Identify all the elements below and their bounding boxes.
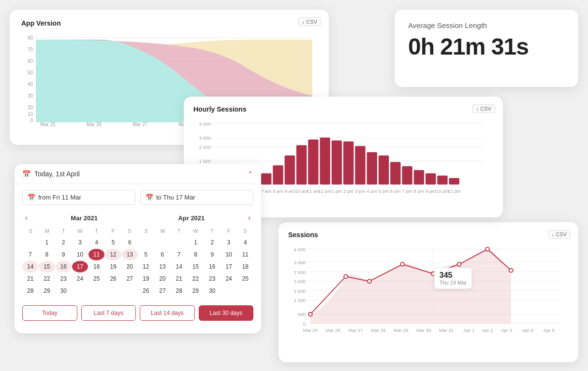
cal-day[interactable]: 4 [88, 237, 104, 248]
cal-day[interactable]: 10 [72, 249, 88, 260]
cal-day[interactable]: 28 [171, 285, 187, 297]
cal-day[interactable]: 24 [72, 273, 88, 285]
svg-text:2 500: 2 500 [294, 270, 306, 275]
march-title: Mar 2021 [30, 214, 138, 222]
svg-text:Mar 28: Mar 28 [371, 328, 385, 333]
cal-day[interactable]: 5 [138, 249, 154, 260]
cal-day[interactable]: 7 [22, 249, 38, 260]
cal-day[interactable]: 1 [39, 237, 55, 248]
svg-text:7 am: 7 am [261, 188, 272, 194]
cal-day[interactable]: 26 [138, 285, 154, 297]
cal-day[interactable]: 23 [204, 273, 220, 285]
to-date-input[interactable]: 📅 to Thu 17 Mar [140, 190, 253, 205]
last-30-days-button[interactable]: Last 30 days [199, 305, 254, 321]
cal-day[interactable]: 13 [122, 249, 138, 260]
april-title: Apr 2021 [138, 214, 245, 222]
cal-day[interactable]: 3 [72, 237, 88, 248]
cal-day[interactable]: 12 [105, 249, 121, 260]
cal-day[interactable]: 24 [220, 273, 236, 285]
next-month-button[interactable]: › [245, 213, 253, 223]
cal-day[interactable]: 26 [105, 273, 121, 285]
cal-day[interactable]: 2 [56, 237, 72, 248]
cal-day[interactable]: 22 [39, 273, 55, 285]
cal-day[interactable]: 18 [88, 261, 104, 272]
svg-rect-44 [367, 152, 377, 185]
cal-day[interactable]: 28 [22, 285, 38, 297]
prev-month-button[interactable]: ‹ [22, 213, 30, 223]
cal-day[interactable]: 21 [22, 273, 38, 285]
cal-day[interactable]: 11 [237, 249, 253, 260]
cal-day[interactable]: 19 [138, 273, 154, 285]
cal-day[interactable]: 10 [220, 249, 236, 260]
cal-day[interactable]: 29 [39, 285, 55, 297]
svg-text:60: 60 [28, 58, 33, 64]
cal-day[interactable]: 15 [188, 261, 204, 272]
last-14-days-button[interactable]: Last 14 days [140, 305, 195, 321]
cal-day[interactable]: 16 [204, 261, 220, 272]
svg-text:Mar 26: Mar 26 [326, 328, 340, 333]
cal-day[interactable]: 1 [188, 237, 204, 248]
cal-day[interactable]: 6 [122, 237, 138, 248]
cal-day-selected-end[interactable]: 17 [72, 261, 88, 272]
tooltip-value: 345 [440, 271, 467, 280]
cal-day[interactable]: 13 [154, 261, 170, 272]
cal-day[interactable]: 17 [220, 261, 236, 272]
from-date-input[interactable]: 📅 from Fri 11 Mar [22, 190, 135, 205]
app-version-csv-button[interactable]: ↓ CSV [298, 17, 321, 26]
cal-day[interactable]: 7 [171, 249, 187, 260]
cal-day[interactable]: 23 [56, 273, 72, 285]
march-dow: S M T W T F S [22, 227, 138, 235]
cal-day[interactable]: 20 [154, 273, 170, 285]
cal-day[interactable]: 20 [122, 261, 138, 272]
cal-day[interactable]: 19 [105, 261, 121, 272]
last-7-days-button[interactable]: Last 7 days [81, 305, 136, 321]
cal-day[interactable]: 6 [154, 249, 170, 260]
cal-day[interactable]: 3 [220, 237, 236, 248]
svg-text:70: 70 [28, 47, 33, 52]
cal-day[interactable]: 9 [56, 249, 72, 260]
march-calendar: ‹ Mar 2021 S M T W T F S 1 2 3 4 5 6 [22, 213, 138, 297]
svg-text:3 pm: 3 pm [355, 188, 366, 194]
svg-rect-51 [449, 178, 459, 185]
cal-day[interactable]: 5 [105, 237, 121, 248]
svg-text:4 000: 4 000 [294, 247, 306, 252]
cal-day[interactable]: 30 [56, 285, 72, 297]
cal-day[interactable]: 27 [154, 285, 170, 297]
cal-day[interactable]: 21 [171, 273, 187, 285]
hourly-sessions-csv-button[interactable]: ↓ CSV [472, 104, 495, 113]
today-button[interactable]: Today [22, 305, 77, 321]
svg-text:9 am: 9 am [284, 188, 295, 194]
sessions-card: Sessions ↓ CSV 4 000 3 000 2 500 2 000 1… [279, 222, 578, 362]
svg-rect-45 [379, 156, 389, 185]
cal-day[interactable]: 18 [237, 261, 253, 272]
cal-day[interactable]: 16 [56, 261, 72, 272]
cal-day[interactable]: 4 [237, 237, 253, 248]
cal-day[interactable]: 8 [188, 249, 204, 260]
svg-text:Apr 5: Apr 5 [543, 328, 555, 333]
cal-day[interactable]: 30 [204, 285, 220, 297]
cal-day[interactable]: 8 [39, 249, 55, 260]
svg-rect-41 [332, 141, 342, 185]
cal-day[interactable]: 12 [138, 261, 154, 272]
calendar-header-icon: 📅 [22, 170, 30, 178]
cal-day[interactable]: 25 [237, 273, 253, 285]
cal-day[interactable]: 25 [88, 273, 104, 285]
march-nav: ‹ Mar 2021 [22, 213, 138, 223]
cal-day[interactable]: 15 [39, 261, 55, 272]
quick-select-buttons: Today Last 7 days Last 14 days Last 30 d… [15, 300, 261, 328]
cal-day[interactable]: 14 [22, 261, 38, 272]
sessions-csv-button[interactable]: ↓ CSV [548, 230, 571, 239]
chevron-up-icon[interactable]: ⌃ [248, 170, 253, 178]
cal-day-selected-start[interactable]: 11 [88, 249, 104, 260]
svg-text:10 am: 10 am [295, 188, 308, 194]
cal-day[interactable]: 29 [188, 285, 204, 297]
cal-day[interactable]: 2 [204, 237, 220, 248]
svg-text:2 000: 2 000 [294, 279, 306, 284]
cal-day[interactable]: 27 [122, 273, 138, 285]
cal-day[interactable]: 14 [171, 261, 187, 272]
cal-day[interactable]: 22 [188, 273, 204, 285]
svg-text:Mar 27: Mar 27 [132, 122, 148, 127]
svg-text:50: 50 [28, 70, 33, 75]
svg-text:Mar 30: Mar 30 [416, 328, 431, 333]
cal-day[interactable]: 9 [204, 249, 220, 260]
